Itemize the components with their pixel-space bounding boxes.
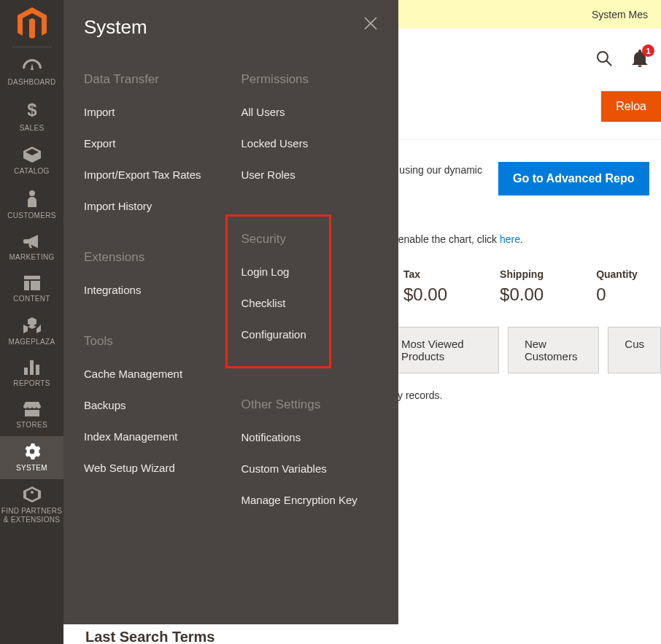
nav-item-marketing[interactable]: MARKETING [0,227,63,268]
nav-label: CATALOG [14,167,49,175]
dollar-icon: $ [0,101,63,121]
link-index-management[interactable]: Index Management [84,430,241,443]
link-import[interactable]: Import [84,106,241,118]
stat-quantity: Quantity 0 [596,268,638,305]
nav-label: CUSTOMERS [7,212,55,220]
gear-icon [0,443,63,461]
nav-label: DASHBOARD [7,78,55,86]
chart-enable-link[interactable]: here [500,233,520,245]
group-title-data-transfer: Data Transfer [84,72,241,87]
nav-label: SYSTEM [16,464,47,472]
person-icon [0,190,63,209]
link-integrations[interactable]: Integrations [84,284,241,296]
puzzle-icon [0,486,63,504]
nav-item-sales[interactable]: $ SALES [0,93,63,139]
chart-hint-prefix: To enable the chart, click [384,233,500,245]
advanced-reporting-button[interactable]: Go to Advanced Repo [498,162,649,195]
magento-logo[interactable] [18,7,47,36]
link-all-users[interactable]: All Users [241,106,399,118]
link-import-export-tax[interactable]: Import/Export Tax Rates [84,168,241,181]
link-import-history[interactable]: Import History [84,200,241,212]
nav-label: MARKETING [9,253,54,261]
tab-most-viewed[interactable]: Most Viewed Products [384,327,499,373]
link-configuration[interactable]: Configuration [241,328,399,341]
nav-item-customers[interactable]: CUSTOMERS [0,182,63,227]
nav-label: MAGEPLAZA [9,338,55,346]
nav-item-reports[interactable]: REPORTS [0,353,63,395]
nav-separator [12,47,52,47]
close-icon [363,16,378,31]
last-search-terms-heading: Last Search Terms [85,629,215,644]
group-title-tools: Tools [84,334,241,349]
group-title-other-settings: Other Settings [241,397,399,412]
flyout-title: System [84,16,398,39]
link-locked-users[interactable]: Locked Users [241,137,399,150]
link-notifications[interactable]: Notifications [241,431,399,443]
flyout-col-right: Permissions All Users Locked Users User … [241,72,399,544]
notifications-button[interactable]: 1 [632,50,648,70]
close-button[interactable] [363,16,379,32]
main-nav: DASHBOARD $ SALES CATALOG CUSTOMERS MARK… [0,0,63,644]
group-title-extensions: Extensions [84,250,241,265]
bars-icon [0,360,63,376]
svg-point-1 [29,190,35,196]
megaphone-icon [0,234,63,250]
stat-label: Shipping [500,268,544,280]
svg-rect-7 [36,365,39,375]
link-export[interactable]: Export [84,137,241,150]
notifications-badge: 1 [642,44,654,57]
nav-item-system[interactable]: SYSTEM [0,436,63,479]
nav-label: STORES [16,421,47,429]
svg-rect-2 [24,276,40,279]
group-title-security: Security [241,232,399,247]
group-security: Security Login Log Checklist Configurati… [241,219,399,367]
nav-item-content[interactable]: CONTENT [0,268,63,310]
svg-rect-4 [31,281,40,290]
svg-rect-5 [24,368,28,375]
reload-button[interactable]: Reloa [601,91,661,122]
nav-item-catalog[interactable]: CATALOG [0,139,63,182]
chart-hint-suffix: . [520,233,523,245]
flyout-col-left: Data Transfer Import Export Import/Expor… [84,72,241,544]
system-flyout: System Data Transfer Import Export Impor… [63,0,398,624]
nav-item-partners[interactable]: FIND PARTNERS & EXTENSIONS [0,479,63,532]
svg-line-9 [606,61,611,66]
group-title-permissions: Permissions [241,72,399,87]
search-icon [595,50,613,67]
nav-item-stores[interactable]: STORES [0,395,63,436]
link-checklist[interactable]: Checklist [241,297,399,309]
nav-item-mageplaza[interactable]: MAGEPLAZA [0,310,63,353]
link-user-roles[interactable]: User Roles [241,168,399,181]
stat-value: $0.00 [403,284,447,305]
svg-point-8 [598,52,608,62]
stat-value: $0.00 [500,284,544,305]
boxes-icon [0,317,63,335]
link-custom-variables[interactable]: Custom Variables [241,462,399,475]
stat-tax: Tax $0.00 [403,268,447,305]
link-manage-encryption-key[interactable]: Manage Encryption Key [241,494,399,506]
nav-label: REPORTS [13,379,50,387]
link-login-log[interactable]: Login Log [241,265,399,278]
storefront-icon [0,402,63,418]
nav-label: SALES [20,124,45,132]
stat-label: Quantity [596,268,638,280]
nav-item-dashboard[interactable]: DASHBOARD [0,52,63,93]
svg-rect-6 [30,360,34,375]
stat-shipping: Shipping $0.00 [500,268,544,305]
nav-label: CONTENT [13,295,50,303]
stat-label: Tax [403,268,447,280]
tab-new-customers[interactable]: New Customers [508,327,599,373]
link-web-setup-wizard[interactable]: Web Setup Wizard [84,462,241,474]
box-icon [0,147,63,164]
search-button[interactable] [595,50,613,70]
link-cache-management[interactable]: Cache Management [84,368,241,380]
system-message-label[interactable]: System Mes [592,9,648,20]
stat-value: 0 [596,284,638,305]
svg-text:$: $ [27,101,37,120]
layout-icon [0,276,63,292]
nav-label: FIND PARTNERS & EXTENSIONS [0,507,63,524]
tab-customers[interactable]: Cus [608,327,661,373]
link-backups[interactable]: Backups [84,399,241,411]
svg-rect-3 [24,281,29,290]
dashboard-icon [0,59,63,75]
